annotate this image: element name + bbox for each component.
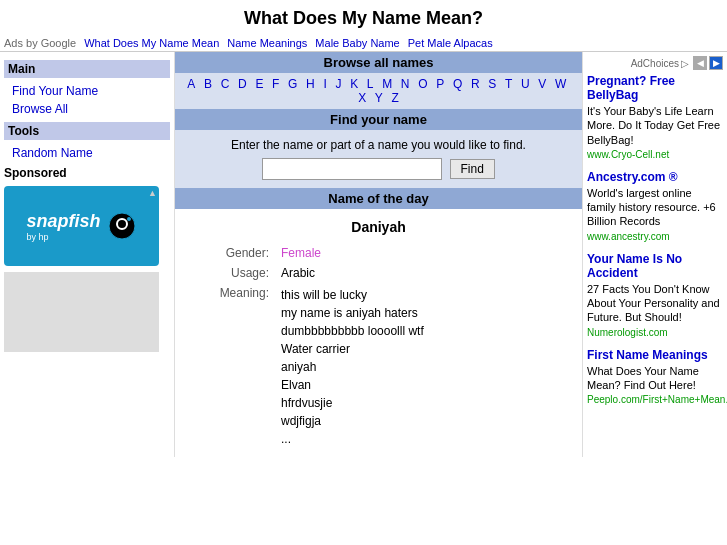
alpha-N[interactable]: N (401, 77, 410, 91)
alpha-Y[interactable]: Y (375, 91, 383, 105)
find-instruction: Enter the name or part of a name you wou… (183, 138, 574, 152)
ad-marker: ▲ (148, 188, 157, 198)
right-ad-1: Ancestry.com ® World's largest online fa… (587, 170, 723, 242)
list-item: dumbbbbbbbbb loooolll wtf (281, 322, 556, 340)
name-of-the-day-body: Daniyah Gender: Female Usage: Arabic Mea… (175, 209, 582, 457)
sponsored-label: Sponsored (4, 162, 170, 182)
right-ad-2-url: Numerologist.com (587, 327, 723, 338)
list-item: aniyah (281, 358, 556, 376)
snapfish-ad: ▲ snapfish by hp (4, 186, 159, 266)
right-ad-3: First Name Meanings What Does Your Name … (587, 348, 723, 406)
sidebar-random-name[interactable]: Random Name (4, 144, 170, 162)
alpha-H[interactable]: H (306, 77, 315, 91)
ads-label: Ads by Google (4, 37, 76, 49)
list-item: hfrdvusjie (281, 394, 556, 412)
usage-label: Usage: (195, 263, 275, 283)
list-item: Elvan (281, 376, 556, 394)
ad-link-3[interactable]: Pet Male Alpacas (408, 37, 493, 49)
meaning-label: Meaning: (195, 283, 275, 451)
list-item: my name is aniyah haters (281, 304, 556, 322)
alpha-C[interactable]: C (221, 77, 230, 91)
alpha-F[interactable]: F (272, 77, 279, 91)
ad-link-2[interactable]: Male Baby Name (315, 37, 399, 49)
alpha-M[interactable]: M (382, 77, 392, 91)
alpha-P[interactable]: P (436, 77, 444, 91)
meaning-values: this will be lucky my name is aniyah hat… (275, 283, 562, 451)
right-ad-1-url: www.ancestry.com (587, 231, 723, 242)
alpha-Z[interactable]: Z (392, 91, 399, 105)
list-item: this will be lucky (281, 286, 556, 304)
alpha-V[interactable]: V (538, 77, 546, 91)
alpha-T[interactable]: T (505, 77, 512, 91)
ad-choices: AdChoices ▷ ◀ ▶ (587, 56, 723, 70)
alpha-Q[interactable]: Q (453, 77, 462, 91)
svg-point-0 (109, 213, 135, 239)
ad-choices-icon: ▷ (681, 58, 689, 69)
alpha-J[interactable]: J (335, 77, 341, 91)
tools-section-title: Tools (4, 122, 170, 140)
right-ad-0-text: It's Your Baby's Life Learn More. Do It … (587, 105, 720, 146)
right-ad-1-text: World's largest online family history re… (587, 187, 716, 228)
browse-all-header: Browse all names (175, 52, 582, 73)
alpha-E[interactable]: E (255, 77, 263, 91)
meaning-row: Meaning: this will be lucky my name is a… (195, 283, 562, 451)
right-ad-0: Pregnant? Free BellyBag It's Your Baby's… (587, 74, 723, 160)
alpha-X[interactable]: X (358, 91, 366, 105)
list-item: ... (281, 430, 556, 448)
alpha-O[interactable]: O (418, 77, 427, 91)
ad-link-0[interactable]: What Does My Name Mean (84, 37, 219, 49)
alpha-G[interactable]: G (288, 77, 297, 91)
usage-row: Usage: Arabic (195, 263, 562, 283)
right-ad-0-url: www.Cryo-Cell.net (587, 149, 723, 160)
name-of-the-day-header: Name of the day (175, 188, 582, 209)
right-sidebar: AdChoices ▷ ◀ ▶ Pregnant? Free BellyBag … (582, 52, 727, 457)
right-ad-0-title[interactable]: Pregnant? Free BellyBag (587, 74, 723, 102)
main-section-title: Main (4, 60, 170, 78)
ad-choices-label: AdChoices (631, 58, 679, 69)
page-title: What Does My Name Mean? (0, 0, 727, 35)
list-item: wdjfigja (281, 412, 556, 430)
alpha-A[interactable]: A (187, 77, 195, 91)
layout: Main Find Your Name Browse All Tools Ran… (0, 52, 727, 457)
left-sidebar: Main Find Your Name Browse All Tools Ran… (0, 52, 175, 457)
gender-row: Gender: Female (195, 243, 562, 263)
alpha-W[interactable]: W (555, 77, 566, 91)
name-details-table: Gender: Female Usage: Arabic Meaning: th… (195, 243, 562, 451)
gender-label: Gender: (195, 243, 275, 263)
right-ad-2-title[interactable]: Your Name Is No Accident (587, 252, 723, 280)
sidebar-bottom-image (4, 272, 159, 352)
meanings-list: this will be lucky my name is aniyah hat… (281, 286, 556, 448)
sidebar-find-your-name[interactable]: Find Your Name (4, 82, 170, 100)
alpha-S[interactable]: S (488, 77, 496, 91)
right-ad-3-title[interactable]: First Name Meanings (587, 348, 723, 362)
snapfish-icon (107, 211, 137, 241)
usage-value: Arabic (275, 263, 562, 283)
ad-link-1[interactable]: Name Meanings (227, 37, 307, 49)
featured-name: Daniyah (195, 215, 562, 243)
right-ad-2: Your Name Is No Accident 27 Facts You Do… (587, 252, 723, 338)
right-ad-3-url: Peeplo.com/First+Name+Mean... (587, 394, 723, 405)
alpha-R[interactable]: R (471, 77, 480, 91)
list-item: Water carrier (281, 340, 556, 358)
alpha-L[interactable]: L (367, 77, 374, 91)
find-name-section: Enter the name or part of a name you wou… (175, 130, 582, 188)
right-ad-2-text: 27 Facts You Don't Know About Your Perso… (587, 283, 720, 324)
ad-next-button[interactable]: ▶ (709, 56, 723, 70)
right-ad-3-text: What Does Your Name Mean? Find Out Here! (587, 365, 699, 391)
alphabet-bar: A B C D E F G H I J K L M N O P Q R S T … (175, 73, 582, 109)
ads-bar: Ads by Google What Does My Name Mean Nam… (0, 35, 727, 52)
snapfish-logo: snapfish (26, 211, 100, 232)
svg-point-2 (127, 217, 131, 221)
ad-nav: ◀ ▶ (693, 56, 723, 70)
alpha-I[interactable]: I (323, 77, 326, 91)
alpha-D[interactable]: D (238, 77, 247, 91)
find-button[interactable]: Find (450, 159, 495, 179)
alpha-B[interactable]: B (204, 77, 212, 91)
search-input[interactable] (262, 158, 442, 180)
alpha-K[interactable]: K (350, 77, 358, 91)
right-ad-1-title[interactable]: Ancestry.com ® (587, 170, 723, 184)
alpha-U[interactable]: U (521, 77, 530, 91)
ad-prev-button[interactable]: ◀ (693, 56, 707, 70)
sidebar-browse-all[interactable]: Browse All (4, 100, 170, 118)
snapfish-sub: by hp (26, 232, 100, 242)
